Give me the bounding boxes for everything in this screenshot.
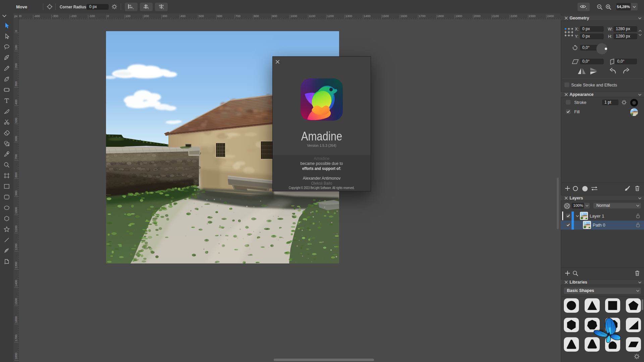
svg-text:100: 100 bbox=[125, 14, 130, 18]
svg-text:0: 0 bbox=[14, 30, 18, 32]
svg-text:1300: 1300 bbox=[14, 262, 18, 268]
svg-text:200: 200 bbox=[14, 63, 18, 68]
svg-text:2100: 2100 bbox=[492, 14, 499, 18]
svg-text:2400: 2400 bbox=[547, 14, 554, 18]
svg-text:1600: 1600 bbox=[14, 316, 18, 323]
svg-text:400: 400 bbox=[14, 100, 18, 105]
svg-text:700: 700 bbox=[235, 14, 240, 18]
svg-text:400: 400 bbox=[180, 14, 185, 18]
svg-text:700: 700 bbox=[14, 154, 18, 159]
svg-text:1700: 1700 bbox=[14, 335, 18, 341]
svg-text:1000: 1000 bbox=[14, 207, 18, 214]
svg-text:1900: 1900 bbox=[455, 14, 462, 18]
svg-text:1700: 1700 bbox=[419, 14, 426, 18]
svg-text:300: 300 bbox=[14, 81, 18, 86]
svg-text:1200: 1200 bbox=[14, 243, 18, 250]
svg-text:1000: 1000 bbox=[290, 14, 297, 18]
svg-text:600: 600 bbox=[14, 136, 18, 141]
svg-text:-100: -100 bbox=[89, 14, 95, 18]
svg-text:2300: 2300 bbox=[529, 14, 536, 18]
svg-text:1100: 1100 bbox=[14, 226, 18, 232]
svg-text:1300: 1300 bbox=[345, 14, 352, 18]
svg-text:1500: 1500 bbox=[382, 14, 389, 18]
svg-text:100: 100 bbox=[14, 45, 18, 50]
svg-text:1400: 1400 bbox=[14, 280, 18, 287]
svg-text:1100: 1100 bbox=[309, 14, 315, 18]
svg-text:-300: -300 bbox=[52, 14, 58, 18]
svg-text:-200: -200 bbox=[70, 14, 76, 18]
svg-text:1600: 1600 bbox=[400, 14, 407, 18]
svg-text:0: 0 bbox=[107, 14, 109, 18]
svg-text:1400: 1400 bbox=[364, 14, 371, 18]
svg-text:900: 900 bbox=[272, 14, 277, 18]
svg-text:600: 600 bbox=[217, 14, 222, 18]
svg-text:2200: 2200 bbox=[511, 14, 517, 18]
svg-text:1200: 1200 bbox=[327, 14, 334, 18]
svg-text:500: 500 bbox=[199, 14, 204, 18]
svg-text:2000: 2000 bbox=[474, 14, 481, 18]
svg-text:300: 300 bbox=[162, 14, 167, 18]
svg-text:1800: 1800 bbox=[437, 14, 444, 18]
svg-text:800: 800 bbox=[254, 14, 259, 18]
svg-text:900: 900 bbox=[14, 190, 18, 195]
svg-text:1500: 1500 bbox=[14, 298, 18, 305]
svg-text:500: 500 bbox=[14, 118, 18, 123]
svg-text:200: 200 bbox=[144, 14, 149, 18]
svg-text:800: 800 bbox=[14, 172, 18, 177]
svg-text:-400: -400 bbox=[34, 14, 40, 18]
svg-text:1800: 1800 bbox=[14, 353, 18, 359]
